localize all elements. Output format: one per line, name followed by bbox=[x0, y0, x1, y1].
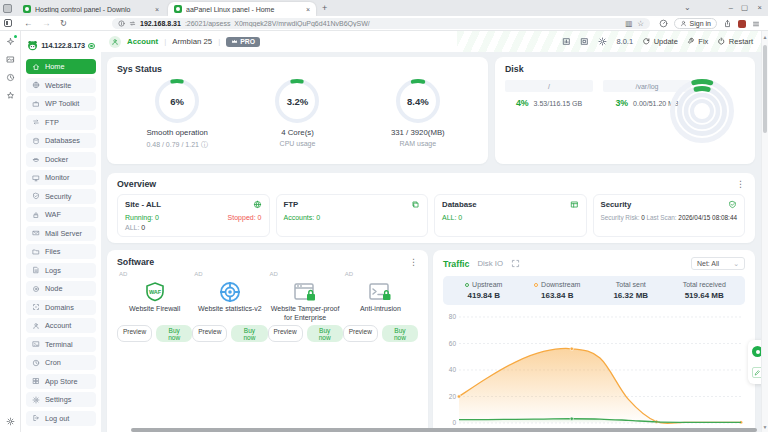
expand-icon[interactable] bbox=[511, 259, 520, 268]
overview-card-database[interactable]: Database ALL: 0 bbox=[434, 194, 587, 237]
overview-menu-icon[interactable]: ⋮ bbox=[736, 180, 745, 189]
window-close-button[interactable]: × bbox=[758, 3, 762, 12]
window-maximize-button[interactable]: ▢ bbox=[741, 3, 748, 12]
strip-settings-gear-icon[interactable] bbox=[0, 417, 20, 426]
tab-close-icon[interactable]: × bbox=[155, 6, 159, 13]
sidebar-item-security[interactable]: Security bbox=[26, 189, 96, 204]
preview-button[interactable]: Preview bbox=[192, 325, 227, 342]
buy-now-button[interactable]: Buy now bbox=[156, 325, 192, 342]
software-item-website-firewall[interactable]: AD WAF Website Firewall PreviewBuy now bbox=[117, 269, 192, 342]
theme-sun-icon[interactable] bbox=[598, 37, 607, 46]
pro-badge[interactable]: PRO bbox=[226, 37, 260, 47]
panel-sidebar: 114.122.8.173 Home Website WP Toolkit FT… bbox=[21, 31, 101, 432]
sidebar-item-node[interactable]: Node bbox=[26, 281, 96, 296]
stat-downstream: Downstream 163.84 B bbox=[521, 281, 595, 300]
stat-total-sent: Total sent 16.32 MB bbox=[594, 281, 668, 300]
tab-aapanel-home[interactable]: aaPanel Linux panel - Home × bbox=[168, 2, 316, 16]
sidebar-item-domains[interactable]: Domains bbox=[26, 300, 96, 315]
scroll-up-icon[interactable]: ▲ bbox=[762, 34, 768, 40]
preview-button[interactable]: Preview bbox=[343, 325, 378, 342]
software-menu-icon[interactable]: ⋮ bbox=[409, 258, 418, 267]
browser-sidebar-toggle-icon[interactable] bbox=[4, 19, 12, 27]
app-window-icon[interactable] bbox=[580, 37, 589, 46]
sidebar-item-settings[interactable]: Settings bbox=[26, 392, 96, 407]
address-bar[interactable]: 192.168.8.31 :26021/apsess_X0mqqek28V/mr… bbox=[112, 18, 650, 29]
overview-card-site[interactable]: Site - ALL Running: 0 Stopped: 0 ALL: 0 bbox=[117, 194, 270, 237]
disk-io-tab[interactable]: Disk IO bbox=[477, 259, 503, 268]
fix-button[interactable]: Fix bbox=[687, 37, 709, 46]
account-link[interactable]: Account bbox=[127, 37, 158, 46]
reading-list-icon[interactable]: ▥ bbox=[625, 19, 632, 28]
sidebar-item-log-out[interactable]: Log out bbox=[26, 411, 96, 426]
sidebar-item-waf[interactable]: WAF bbox=[26, 207, 96, 222]
sidebar-collapse-toggle[interactable] bbox=[88, 43, 95, 49]
sidebar-item-monitor[interactable]: Monitor bbox=[26, 170, 96, 185]
favorites-star-icon[interactable] bbox=[6, 91, 15, 100]
site-info-icon[interactable] bbox=[118, 20, 125, 27]
sidebar-item-docker[interactable]: Docker bbox=[26, 152, 96, 167]
tab-actions-icon[interactable] bbox=[3, 4, 12, 13]
sidebar-item-logs[interactable]: Logs bbox=[26, 263, 96, 278]
vertical-scrollbar[interactable]: ▲ ▼ bbox=[761, 31, 768, 432]
forward-icon[interactable]: → bbox=[42, 19, 51, 28]
tab-close-icon[interactable]: × bbox=[306, 6, 310, 13]
scrollbar-thumb[interactable] bbox=[763, 45, 767, 133]
browser-menu-icon[interactable] bbox=[752, 20, 760, 28]
tab-hosting-panel[interactable]: Hosting control panel - Downlo × bbox=[17, 2, 165, 16]
tamper-proof-icon bbox=[292, 280, 318, 304]
scroll-down-icon[interactable]: ▼ bbox=[762, 424, 768, 430]
overview-card-ftp[interactable]: FTP Accounts: 0 bbox=[276, 194, 429, 237]
overview-card-security[interactable]: Security Security Risk: 0 Last Scan: 202… bbox=[593, 194, 746, 237]
preview-button[interactable]: Preview bbox=[117, 325, 152, 342]
sidebar-item-cron[interactable]: Cron bbox=[26, 355, 96, 370]
cpu-gauge[interactable]: 3.2% 4 Core(s) CPU usage bbox=[242, 78, 352, 150]
browser-toolbar: ← → ↻ 192.168.8.31 :26021/apsess_X0mqqek… bbox=[0, 16, 768, 31]
load-gauge[interactable]: 6% Smooth operation 0.48 / 0.79 / 1.21 ⓘ bbox=[122, 78, 232, 150]
buy-now-button[interactable]: Buy now bbox=[307, 325, 343, 342]
extension-icon[interactable] bbox=[738, 20, 746, 28]
document-icon bbox=[32, 266, 40, 274]
copilot-sparkle-icon[interactable] bbox=[6, 37, 15, 46]
traffic-tab[interactable]: Traffic bbox=[443, 259, 469, 269]
horizontal-scrollbar[interactable] bbox=[101, 428, 761, 432]
sidebar-item-files[interactable]: Files bbox=[26, 244, 96, 259]
preview-button[interactable]: Preview bbox=[268, 325, 303, 342]
software-item-tamper-proof[interactable]: AD Website Tamper-proof for Enterprise P… bbox=[268, 269, 343, 342]
sidebar-item-home[interactable]: Home bbox=[26, 59, 96, 74]
software-item-statistics[interactable]: AD Website statistics-v2 PreviewBuy now bbox=[192, 269, 267, 342]
history-clock-icon[interactable] bbox=[6, 73, 15, 82]
buy-now-button[interactable]: Buy now bbox=[382, 325, 418, 342]
tab-search-chevron-icon[interactable]: ⌄ bbox=[684, 3, 691, 12]
sidebar-item-mail-server[interactable]: Mail Server bbox=[26, 226, 96, 241]
performance-icon[interactable] bbox=[659, 19, 668, 28]
ram-gauge[interactable]: 8.4% 331 / 3920(MB) RAM usage bbox=[363, 78, 473, 150]
media-icon[interactable] bbox=[6, 55, 15, 64]
sidebar-item-account[interactable]: Account bbox=[26, 318, 96, 333]
sidebar-item-website[interactable]: Website bbox=[26, 78, 96, 93]
info-icon[interactable]: ⓘ bbox=[201, 141, 208, 148]
hscrollbar-thumb[interactable] bbox=[131, 428, 757, 432]
sidebar-item-databases[interactable]: Databases bbox=[26, 133, 96, 148]
net-select[interactable]: Net: All ⌄ bbox=[691, 257, 745, 270]
new-tab-button[interactable]: + bbox=[322, 3, 327, 13]
report-chart-icon[interactable] bbox=[562, 37, 571, 46]
reload-icon[interactable]: ↻ bbox=[60, 19, 67, 28]
window-minimize-button[interactable]: – bbox=[729, 3, 733, 12]
bookmark-star-icon[interactable]: ☆ bbox=[637, 19, 644, 28]
sidebar-item-wp-toolkit[interactable]: WP Toolkit bbox=[26, 96, 96, 111]
sidebar-item-ftp[interactable]: FTP bbox=[26, 115, 96, 130]
sign-in-button[interactable]: Sign in bbox=[674, 18, 717, 29]
software-item-anti-intrusion[interactable]: AD Anti-intrusion PreviewBuy now bbox=[343, 269, 418, 342]
buy-now-button[interactable]: Buy now bbox=[231, 325, 267, 342]
sidebar-item-terminal[interactable]: Terminal bbox=[26, 337, 96, 352]
avatar[interactable] bbox=[109, 36, 121, 48]
share-icon[interactable] bbox=[723, 19, 732, 28]
overview-panel: Overview ⋮ Site - ALL Running: 0 Stopped… bbox=[107, 173, 755, 243]
panel-version[interactable]: 8.0.1 bbox=[616, 37, 633, 46]
sidebar-item-app-store[interactable]: App Store bbox=[26, 374, 96, 389]
update-button[interactable]: Update bbox=[642, 37, 678, 46]
disk-mount-root[interactable]: / 4%3.53/116.15 GB bbox=[505, 80, 593, 108]
restart-button[interactable]: Restart bbox=[717, 37, 753, 46]
back-icon[interactable]: ← bbox=[24, 19, 33, 28]
profile-icon bbox=[680, 20, 687, 27]
